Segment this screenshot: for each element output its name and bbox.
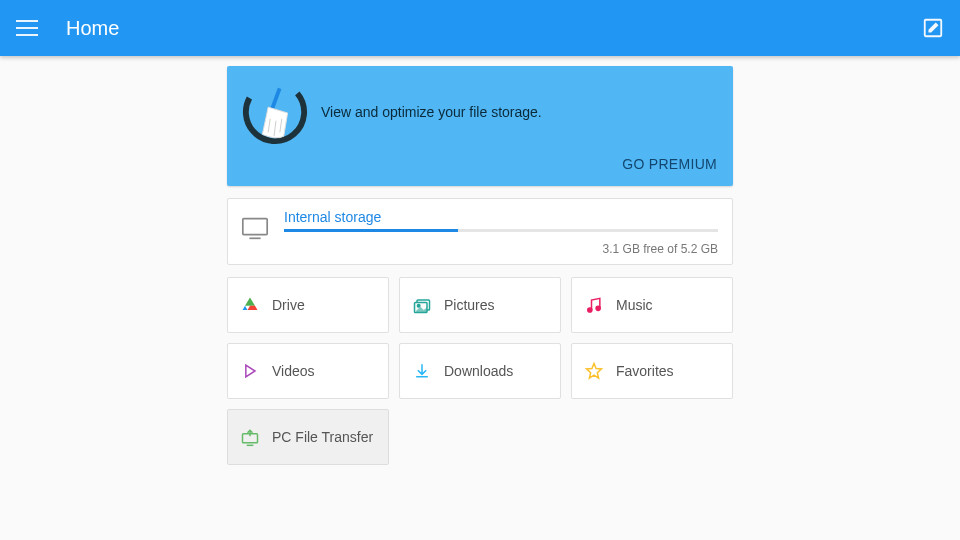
svg-point-9 <box>596 306 600 310</box>
pc-transfer-icon <box>240 427 260 447</box>
pictures-icon <box>412 295 432 315</box>
tile-label: Videos <box>272 363 315 379</box>
category-grid: Drive Pictures Music Videos <box>227 277 733 465</box>
favorites-icon <box>584 361 604 381</box>
tile-pc-file-transfer[interactable]: PC File Transfer <box>227 409 389 465</box>
drive-icon <box>240 295 260 315</box>
menu-icon[interactable] <box>16 17 38 39</box>
tile-favorites[interactable]: Favorites <box>571 343 733 399</box>
videos-icon <box>240 361 260 381</box>
tile-label: Pictures <box>444 297 495 313</box>
tile-videos[interactable]: Videos <box>227 343 389 399</box>
tile-label: Drive <box>272 297 305 313</box>
tile-label: Favorites <box>616 363 674 379</box>
cleaner-icon <box>241 78 309 146</box>
app-toolbar: Home <box>0 0 960 56</box>
svg-rect-2 <box>270 88 281 109</box>
promo-text: View and optimize your file storage. <box>321 104 542 120</box>
storage-free-text: 3.1 GB free of 5.2 GB <box>284 242 718 256</box>
tile-label: Downloads <box>444 363 513 379</box>
storage-bar <box>284 229 718 232</box>
tile-pictures[interactable]: Pictures <box>399 277 561 333</box>
storage-icon <box>240 213 270 243</box>
tile-drive[interactable]: Drive <box>227 277 389 333</box>
internal-storage-card[interactable]: Internal storage 3.1 GB free of 5.2 GB <box>227 198 733 265</box>
downloads-icon <box>412 361 432 381</box>
music-icon <box>584 295 604 315</box>
svg-point-7 <box>417 305 420 308</box>
edit-icon[interactable] <box>922 17 944 39</box>
svg-rect-3 <box>243 219 267 235</box>
tile-label: PC File Transfer <box>272 429 373 445</box>
storage-label: Internal storage <box>284 209 718 225</box>
tile-label: Music <box>616 297 653 313</box>
svg-point-8 <box>588 308 592 312</box>
page-title: Home <box>66 17 119 40</box>
tile-music[interactable]: Music <box>571 277 733 333</box>
storage-bar-fill <box>284 229 458 232</box>
go-premium-button[interactable]: GO PREMIUM <box>622 156 717 172</box>
premium-promo-card[interactable]: View and optimize your file storage. GO … <box>227 66 733 186</box>
tile-downloads[interactable]: Downloads <box>399 343 561 399</box>
